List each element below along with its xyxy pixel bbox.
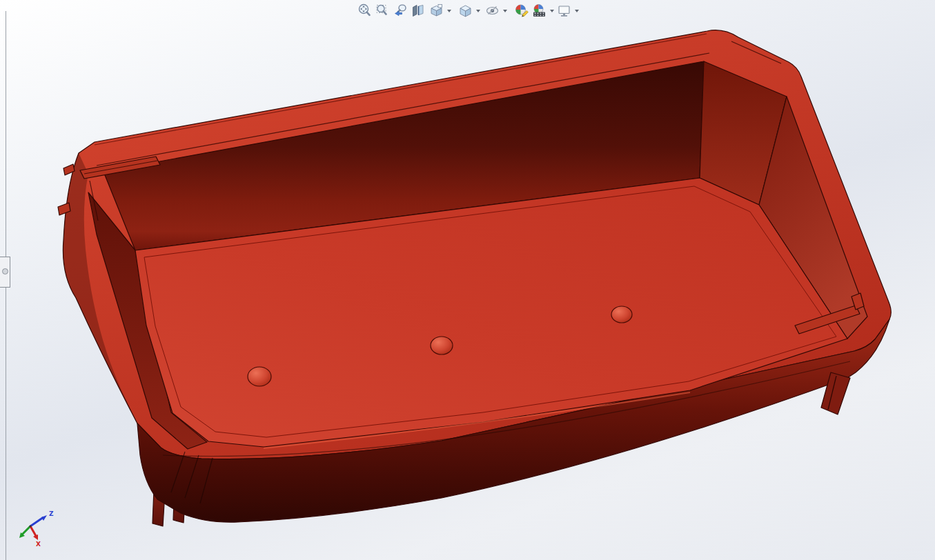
view-settings-icon[interactable]	[556, 3, 573, 19]
tray-model[interactable]	[58, 30, 891, 526]
hide-show-items-icon[interactable]	[484, 3, 501, 19]
previous-view-icon[interactable]	[393, 3, 409, 19]
display-style-dropdown-arrow[interactable]	[476, 10, 480, 12]
view-orientation-icon[interactable]	[429, 3, 445, 19]
z-axis-arrowhead	[41, 515, 47, 521]
y-axis	[22, 526, 30, 534]
hide-show-items-dropdown-arrow[interactable]	[503, 10, 507, 12]
feature-panel-expand-tab[interactable]	[0, 257, 10, 288]
model-boss-2[interactable]	[431, 337, 453, 354]
apply-scene-icon[interactable]	[531, 3, 548, 19]
apply-scene-dropdown-arrow[interactable]	[550, 10, 554, 12]
model-canvas	[0, 0, 935, 560]
triad-origin	[29, 525, 31, 527]
z-axis-label: Z	[49, 510, 54, 517]
edit-appearance-icon[interactable]	[514, 3, 531, 19]
view-settings-dropdown-arrow[interactable]	[575, 10, 579, 12]
model-boss-1[interactable]	[248, 367, 271, 386]
x-axis	[30, 526, 36, 536]
view-orientation-dropdown-arrow[interactable]	[447, 10, 451, 12]
graphics-viewport: Z X	[0, 0, 935, 560]
orientation-triad: Z X	[10, 505, 60, 553]
zoom-to-fit-icon[interactable]	[356, 3, 373, 19]
x-axis-label: X	[36, 541, 41, 548]
z-axis	[30, 517, 43, 526]
zoom-to-area-icon[interactable]	[374, 3, 391, 19]
panel-expand-knob-icon	[2, 268, 8, 274]
model-boss-3[interactable]	[611, 306, 632, 323]
section-view-icon[interactable]	[411, 3, 427, 19]
display-style-icon[interactable]	[457, 3, 474, 19]
